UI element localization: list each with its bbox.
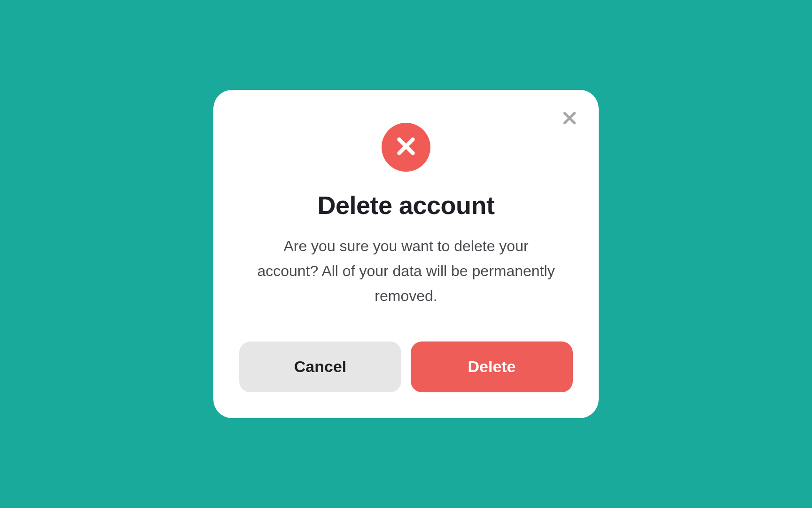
modal-description: Are you sure you want to delete your acc… (256, 234, 556, 308)
close-icon (561, 110, 578, 128)
close-button[interactable] (560, 110, 579, 128)
x-icon (394, 135, 418, 160)
warning-icon-circle (382, 123, 430, 172)
modal-title: Delete account (317, 190, 494, 220)
cancel-button[interactable]: Cancel (239, 341, 401, 392)
button-row: Cancel Delete (239, 341, 573, 392)
delete-button[interactable]: Delete (411, 341, 573, 392)
confirmation-modal: Delete account Are you sure you want to … (213, 90, 599, 418)
